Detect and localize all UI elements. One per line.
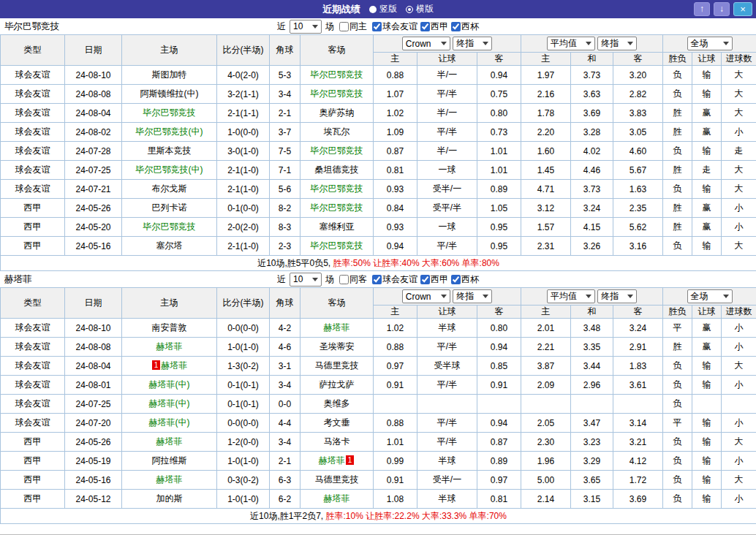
handicap-result-cell: 输: [692, 66, 722, 85]
match-row: 西甲24-05-20毕尔巴鄂竞技2-0(2-0)8-3塞维利亚0.93一球0.9…: [1, 218, 756, 237]
league-filter-checkbox[interactable]: [420, 22, 430, 31]
same-side-checkbox[interactable]: [339, 22, 349, 31]
score-cell: 2-0(2-0): [217, 218, 270, 237]
goals-result-cell: 小: [722, 319, 756, 338]
chevron-down-icon: [627, 42, 633, 45]
same-side-filter[interactable]: 同客: [336, 273, 367, 286]
league-filter-1[interactable]: 西甲: [417, 20, 448, 33]
goals-result-cell: 大: [722, 180, 756, 199]
crow-home-odds-cell: 1.01: [374, 433, 417, 452]
league-filter-2[interactable]: 西杯: [448, 273, 479, 286]
corner-cell: 2-3: [270, 237, 300, 256]
home-team-cell: 毕尔巴鄂竞技: [122, 104, 217, 123]
avg-away-odds-cell: 3.05: [613, 123, 663, 142]
away-team-name: 毕尔巴鄂竞技: [311, 145, 363, 156]
away-team-name: 毕尔巴鄂竞技: [311, 240, 363, 251]
handicap-result-cell: 输: [692, 433, 722, 452]
average-select[interactable]: 平均值: [547, 37, 595, 50]
avg-away-odds-cell: 5.67: [613, 161, 663, 180]
match-row: 球会友谊24-07-28里斯本竞技3-0(1-0)7-5毕尔巴鄂竞技0.87半/…: [1, 142, 756, 161]
league-filter-checkbox[interactable]: [420, 275, 430, 284]
win-lose-result-cell: 负: [663, 490, 692, 509]
subcol-handicap-result: 让球: [692, 306, 722, 319]
games-label: 场: [325, 273, 334, 286]
chevron-down-icon: [483, 42, 488, 45]
league-filter-2[interactable]: 西杯: [448, 20, 479, 33]
final-odds-select-avg[interactable]: 终指: [597, 37, 637, 50]
league-filter-0[interactable]: 球会友谊: [369, 273, 417, 286]
league-filter-label: 西甲: [431, 273, 448, 286]
home-team-name: 赫塔菲(中): [149, 417, 190, 428]
away-team-cell: 赫塔菲: [300, 490, 374, 509]
goals-result-cell: 小: [722, 338, 756, 357]
crow-handicap-cell: 受半/一: [417, 180, 477, 199]
final-odds-select-avg[interactable]: 终指: [597, 289, 637, 303]
crow-away-odds-cell: 0.89: [477, 452, 521, 471]
away-team-cell: 埃瓦尔: [300, 123, 374, 142]
league-filter-label: 西杯: [461, 20, 479, 33]
layout-radio-horizontal[interactable]: 横版: [406, 3, 434, 15]
league-filter-0[interactable]: 球会友谊: [369, 20, 417, 33]
league-filter-checkbox[interactable]: [451, 275, 461, 284]
final-odds-select-avg-value: 终指: [601, 37, 619, 50]
league-type-cell: 球会友谊: [1, 161, 65, 180]
bookmaker-select[interactable]: Crown: [402, 289, 450, 303]
avg-home-odds-cell: 2.01: [521, 319, 571, 338]
move-down-button[interactable]: ↓: [714, 2, 730, 16]
league-type-cell: 西甲: [1, 433, 65, 452]
home-team-name: 布尔戈斯: [152, 183, 187, 194]
avg-home-odds-cell: 2.30: [521, 433, 571, 452]
col-header-home: 主场: [122, 288, 217, 319]
home-team-name: 赫塔菲: [161, 360, 187, 371]
league-type-cell: 西甲: [1, 199, 65, 218]
away-team-name: 桑坦德竞技: [315, 164, 359, 175]
average-select[interactable]: 平均值: [547, 289, 595, 303]
same-side-checkbox[interactable]: [339, 275, 349, 284]
crow-away-odds-cell: [477, 395, 521, 414]
league-filter-checkbox[interactable]: [372, 22, 382, 31]
goals-result-cell: 大: [722, 471, 756, 490]
win-lose-result-cell: 平: [663, 319, 692, 338]
bookmaker-select[interactable]: Crown: [402, 37, 450, 50]
full-match-select[interactable]: 全场: [687, 37, 733, 50]
corner-cell: 3-4: [270, 376, 300, 395]
handicap-result-cell: 输: [692, 452, 722, 471]
match-date-cell: 24-05-20: [65, 218, 122, 237]
col-header-away: 客场: [300, 35, 374, 66]
col-header-score: 比分(半场): [217, 288, 270, 319]
win-lose-result-cell: 平: [663, 414, 692, 433]
home-team-name: 阿拉维斯: [152, 455, 187, 466]
league-type-cell: 球会友谊: [1, 123, 65, 142]
league-filter-group: 球会友谊西甲西杯: [369, 273, 479, 286]
crow-home-odds-cell: 0.88: [374, 414, 417, 433]
win-lose-result-cell: 胜: [663, 123, 692, 142]
league-filter-checkbox[interactable]: [451, 22, 461, 31]
league-filter-1[interactable]: 西甲: [417, 273, 448, 286]
match-row: 球会友谊24-07-25赫塔菲(中)0-1(0-1)0-0奥维多负: [1, 395, 756, 414]
final-odds-select-avg-value: 终指: [601, 290, 619, 303]
final-odds-select[interactable]: 终指: [453, 37, 492, 50]
avg-away-odds-cell: 1.72: [613, 471, 663, 490]
close-button[interactable]: ×: [733, 2, 752, 16]
move-up-button[interactable]: ↑: [694, 2, 710, 16]
final-odds-select[interactable]: 终指: [453, 289, 492, 303]
red-card-badge: 1: [152, 360, 161, 370]
corner-cell: 3-1: [270, 357, 300, 376]
layout-radio-vertical[interactable]: 竖版: [369, 3, 397, 15]
league-filter-checkbox[interactable]: [372, 275, 382, 284]
win-lose-result-cell: 胜: [663, 338, 692, 357]
avg-draw-odds-cell: 3.35: [571, 338, 613, 357]
full-match-select[interactable]: 全场: [687, 289, 733, 303]
same-side-filter[interactable]: 同主: [336, 20, 367, 33]
home-team-cell: 赫塔菲(中): [122, 376, 217, 395]
crow-away-odds-cell: 0.94: [477, 414, 521, 433]
goals-result-cell: 小: [722, 452, 756, 471]
match-count-select[interactable]: 10: [290, 273, 322, 287]
chevron-down-icon: [723, 295, 729, 298]
subcol-avg-home: 主: [521, 53, 571, 66]
home-team-name: 毕尔巴鄂竞技: [143, 107, 196, 118]
match-count-select[interactable]: 10: [290, 20, 322, 34]
handicap-result-cell: 赢: [692, 123, 722, 142]
up-arrow-icon: ↑: [700, 4, 704, 14]
chevron-down-icon: [312, 25, 318, 29]
